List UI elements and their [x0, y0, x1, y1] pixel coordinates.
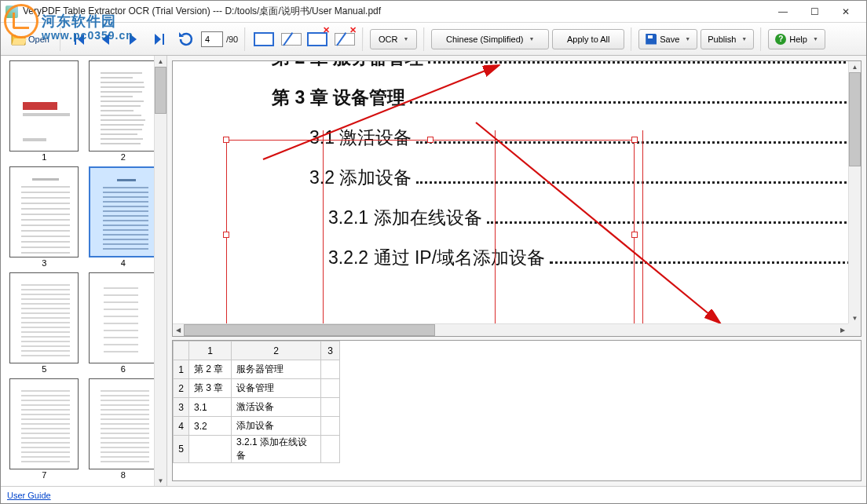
scroll-up-arrow-icon[interactable]: ▲ — [155, 56, 166, 67]
svg-line-0 — [263, 66, 497, 159]
last-page-button[interactable] — [148, 27, 171, 51]
close-button[interactable]: ✕ — [830, 4, 862, 20]
first-page-button[interactable] — [68, 27, 91, 51]
thumbnail-page-1[interactable] — [9, 60, 79, 152]
thumbnail-page-5[interactable] — [9, 272, 79, 363]
language-dropdown[interactable]: Chinese (Simplified) — [431, 29, 549, 49]
scroll-left-arrow-icon[interactable]: ◀ — [173, 324, 184, 336]
title-bar: VeryPDF Table Extractor OCR (Trial Versi… — [1, 1, 866, 23]
table-corner — [174, 341, 189, 360]
main-panel: 第 2 章 服务器管理第 3 章 设备管理3.1 激活设备3.2 添加设备3.2… — [167, 56, 866, 486]
thumbnail-page-7[interactable] — [9, 378, 79, 469]
page-number-input[interactable] — [201, 31, 223, 47]
ocr-label: OCR — [379, 35, 397, 44]
prev-page-button[interactable] — [94, 27, 118, 51]
table-cell[interactable]: 添加设备 — [232, 417, 321, 436]
next-page-icon — [123, 30, 142, 49]
save-label: Save — [660, 35, 679, 44]
rotate-icon — [177, 30, 196, 49]
page-preview[interactable]: 第 2 章 服务器管理第 3 章 设备管理3.1 激活设备3.2 添加设备3.2… — [172, 60, 862, 337]
thumbnail-page-8[interactable] — [89, 378, 158, 469]
thumbnail-label: 8 — [121, 470, 126, 480]
publish-dropdown[interactable]: Publish — [701, 29, 754, 49]
app-icon — [5, 5, 18, 18]
draw-rect-tool[interactable] — [252, 27, 276, 51]
table-row-header[interactable]: 4 — [174, 417, 189, 436]
scroll-thumb[interactable] — [849, 72, 861, 166]
thumbnail-label: 7 — [42, 470, 46, 480]
save-icon — [646, 34, 657, 45]
thumbnail-page-6[interactable] — [89, 272, 158, 363]
table-cell[interactable] — [321, 417, 340, 436]
scroll-down-arrow-icon[interactable]: ▼ — [155, 475, 166, 486]
table-cell[interactable]: 设备管理 — [232, 379, 321, 398]
thumb-scrollbar[interactable]: ▲ ▼ — [154, 56, 166, 486]
table-cell[interactable]: 3.1 — [189, 398, 232, 417]
thumbnail-label: 2 — [121, 152, 126, 162]
open-button[interactable]: Open — [5, 27, 53, 51]
first-page-icon — [70, 30, 89, 49]
last-page-icon — [150, 30, 169, 49]
rectangle-icon — [254, 32, 274, 46]
status-bar: User Guide — [1, 486, 866, 503]
preview-h-scrollbar[interactable]: ◀ ▶ — [173, 323, 848, 336]
content-area: 12345678 ▲ ▼ 第 2 章 服务器管理第 3 章 设备管理3.1 激活… — [1, 56, 866, 486]
scroll-right-arrow-icon[interactable]: ▶ — [837, 324, 848, 336]
table-cell[interactable] — [321, 436, 340, 463]
toolbar: Open /90 ✕ ✕ OCR Chinese (Simplified) Ap… — [1, 23, 866, 56]
table-cell[interactable] — [321, 379, 340, 398]
table-row-header[interactable]: 2 — [174, 379, 189, 398]
folder-open-icon — [9, 30, 28, 49]
thumbnail-page-2[interactable] — [89, 60, 158, 152]
save-dropdown[interactable]: Save — [638, 29, 697, 49]
delete-line-tool[interactable]: ✕ — [332, 27, 356, 51]
help-icon: ? — [775, 34, 786, 45]
scroll-thumb[interactable] — [184, 324, 435, 336]
table-col-header[interactable]: 3 — [321, 341, 340, 360]
table-cell[interactable]: 3.2 — [189, 417, 232, 436]
minimize-button[interactable]: — — [767, 4, 799, 20]
table-row-header[interactable]: 5 — [174, 436, 189, 463]
ocr-dropdown[interactable]: OCR — [370, 29, 417, 49]
window-title: VeryPDF Table Extractor OCR (Trial Versi… — [23, 5, 767, 18]
scroll-down-arrow-icon[interactable]: ▼ — [849, 312, 861, 323]
prev-page-icon — [97, 30, 115, 49]
table-col-header[interactable]: 1 — [189, 341, 232, 360]
table-cell[interactable]: 第 2 章 — [189, 360, 232, 379]
publish-label: Publish — [708, 35, 736, 44]
open-label: Open — [28, 35, 49, 44]
rotate-button[interactable] — [174, 27, 198, 51]
apply-to-all-button[interactable]: Apply to All — [552, 29, 624, 49]
maximize-button[interactable]: ☐ — [799, 4, 830, 20]
draw-line-tool[interactable] — [279, 27, 302, 51]
selection-handle[interactable] — [223, 232, 229, 238]
thumbnail-page-4[interactable] — [89, 166, 158, 257]
table-row-header[interactable]: 3 — [174, 398, 189, 417]
extracted-table-panel: 1231第 2 章服务器管理2第 3 章设备管理33.1激活设备43.2添加设备… — [172, 340, 862, 481]
table-cell[interactable] — [189, 436, 232, 463]
annotation-arrow — [471, 118, 730, 330]
delete-rect-tool[interactable]: ✕ — [305, 27, 329, 51]
thumbnail-page-3[interactable] — [9, 166, 79, 257]
extracted-table[interactable]: 1231第 2 章服务器管理2第 3 章设备管理33.1激活设备43.2添加设备… — [173, 341, 340, 463]
table-col-header[interactable]: 2 — [232, 341, 321, 360]
preview-v-scrollbar[interactable]: ▲ ▼ — [848, 61, 861, 323]
selection-handle[interactable] — [223, 137, 229, 143]
table-cell[interactable] — [321, 360, 340, 379]
help-dropdown[interactable]: ?Help — [768, 29, 825, 49]
x-badge-icon: ✕ — [349, 25, 357, 35]
table-cell[interactable]: 服务器管理 — [232, 360, 321, 379]
line-over-rect-icon — [281, 30, 300, 49]
table-row-header[interactable]: 1 — [174, 360, 189, 379]
scroll-thumb[interactable] — [155, 67, 166, 114]
table-cell[interactable]: 激活设备 — [232, 398, 321, 417]
thumbnail-label: 4 — [121, 258, 126, 268]
table-cell[interactable] — [321, 398, 340, 417]
table-cell[interactable]: 第 3 章 — [189, 379, 232, 398]
table-cell[interactable]: 3.2.1 添加在线设备 — [232, 436, 321, 463]
x-badge-icon: ✕ — [323, 25, 330, 35]
user-guide-link[interactable]: User Guide — [7, 491, 51, 500]
next-page-button[interactable] — [121, 27, 144, 51]
thumbnail-panel: 12345678 ▲ ▼ — [1, 56, 167, 486]
scroll-up-arrow-icon[interactable]: ▲ — [849, 61, 861, 72]
